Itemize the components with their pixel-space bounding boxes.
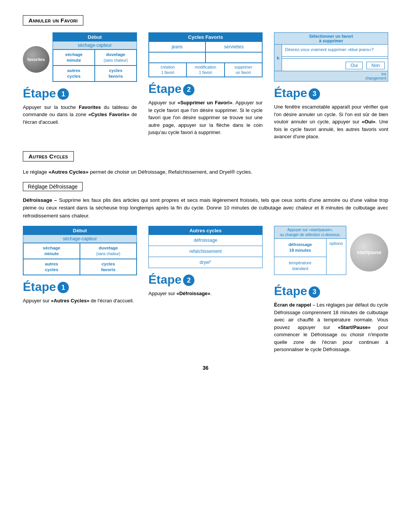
debut-grid-2: séchageminute duvetage(sans chaleur) aut… — [23, 243, 137, 275]
modal-footer: ins changement — [274, 71, 388, 81]
rappel-wrapper: Appuyer sur «start/pause»,ou changer de … — [274, 226, 388, 280]
modal-inner: Désirez-vous vraiment supprimer «blue je… — [282, 45, 388, 71]
modal-ui: Sélectionner un favori à supprimer b Dés… — [274, 32, 388, 81]
etape-3-heading: Étape 3 — [274, 86, 388, 100]
step2-2-col: Autres cycles défroissage refaîchissemen… — [148, 226, 263, 353]
etape-1-text: Appuyer sur la touche Favorites du table… — [23, 104, 137, 126]
step-2-col: Cycles Favoris jeans serviettes création… — [148, 32, 263, 141]
cycles-fav-ui: Cycles Favoris jeans serviettes création… — [148, 32, 263, 77]
etape-1-heading: Étape 1 — [23, 86, 137, 101]
reglage-header: Réglage Défroissage — [23, 182, 83, 191]
autres-defroissage: défroissage — [149, 235, 262, 246]
autres-ui-header: Autres cycles — [149, 226, 262, 235]
page-number: 36 — [23, 365, 388, 371]
etape2-3-heading: Étape 3 — [274, 284, 388, 298]
cell2-autres: autrescycles — [23, 259, 80, 275]
etape-1-label: Étape — [23, 86, 56, 101]
etape2-1-text: Appuyer sur «Autres Cycles» de l'écran d… — [23, 297, 137, 305]
etape2-3-label: Étape — [274, 284, 307, 298]
cf-supprimer: supprimerun favori — [225, 63, 262, 77]
modal-wrapper: Sélectionner un favori à supprimer b Dés… — [274, 32, 388, 81]
debut-header-2: Début — [23, 226, 137, 235]
rappel-body: défroissage18 minutes températurestandar… — [274, 239, 346, 275]
etape-3-num: 3 — [309, 88, 320, 100]
cf-serviettes: serviettes — [206, 42, 262, 52]
step-3-col: Sélectionner un favori à supprimer b Dés… — [274, 32, 388, 141]
modal-header: Sélectionner un favori à supprimer — [274, 33, 388, 45]
modal-content: b Désirez-vous vraiment supprimer «blue … — [274, 45, 388, 71]
etape-2-num: 2 — [183, 84, 194, 96]
cf-jeans: jeans — [149, 42, 206, 52]
cf-header: Cycles Favoris — [149, 33, 262, 42]
etape-2-text: Appuyer sur «Supprimer un Favori». Appuy… — [148, 99, 263, 136]
cell-autres: autrescycles — [53, 66, 95, 81]
annuler-title: Annuler un Favori — [29, 17, 78, 24]
defroissage-desc: Défroissage – Supprime les faux plis des… — [23, 197, 388, 220]
rappel-ui: Appuyer sur «start/pause»,ou changer de … — [274, 226, 346, 275]
etape2-2-num: 2 — [183, 275, 194, 286]
modal-divider — [282, 56, 388, 57]
favorites-circle: favorites — [23, 46, 49, 73]
modal-buttons: Oui Non — [282, 60, 388, 71]
start-pause-button[interactable]: start/pause — [350, 233, 388, 272]
cf-footer: création1 favori modification1 favori su… — [149, 63, 262, 77]
etape2-1-num: 1 — [57, 282, 69, 293]
non-button[interactable]: Non — [366, 62, 385, 69]
steps-row-2: Début séchage-capteur séchageminute duve… — [23, 226, 388, 353]
favorites-ui: favorites Début séchage-capteur séchagem… — [23, 32, 137, 86]
annuler-section: Annuler un Favori favorites Début séchag… — [23, 15, 388, 141]
debut-ui-1: Début séchage-capteur séchageminute duve… — [53, 32, 137, 82]
rappel-options: options — [327, 239, 346, 275]
rappel-defroissage: défroissage18 minutes — [274, 239, 326, 257]
debut-subheader-1: séchage-capteur — [53, 42, 137, 50]
autres-cycles-section: Autres Cycles Le réglage «Autres Cycles»… — [23, 151, 388, 353]
rappel-temperature: températurestandard — [274, 257, 326, 275]
steps-row-1: favorites Début séchage-capteur séchagem… — [23, 32, 388, 141]
etape-1-num: 1 — [57, 88, 69, 100]
etape2-2-label: Étape — [148, 273, 182, 287]
etape-3-label: Étape — [274, 86, 307, 100]
cell-duvetage: duvetage(sans chaleur) — [95, 50, 137, 66]
oui-button[interactable]: Oui — [346, 62, 363, 69]
rappel-header: Appuyer sur «start/pause»,ou changer de … — [274, 226, 346, 239]
etape2-2-text: Appuyer sur «Défroissage». — [148, 290, 263, 297]
etape-2-heading: Étape 2 — [148, 82, 263, 96]
modal-side: b — [274, 45, 282, 71]
etape2-1-label: Étape — [23, 280, 56, 294]
debut-subheader-2: séchage-capteur — [23, 235, 137, 243]
step-1-col: favorites Début séchage-capteur séchagem… — [23, 32, 137, 141]
debut-header-1: Début — [53, 33, 137, 42]
debut-grid-1: séchageminute duvetage(sans chaleur) aut… — [53, 50, 137, 81]
reglage-title: Réglage Défroissage — [28, 184, 78, 190]
etape2-3-num: 3 — [309, 286, 320, 298]
cf-row: jeans serviettes — [149, 42, 262, 52]
cell2-sechage: séchageminute — [23, 243, 80, 259]
cell2-duvetage: duvetage(sans chaleur) — [80, 243, 137, 259]
cf-modification: modification1 favori — [186, 63, 224, 77]
autres-header: Autres Cycles — [23, 151, 74, 161]
etape-3-text: Une fenêtre escamotable apparaît pour vé… — [274, 103, 388, 141]
step2-3-col: Appuyer sur «start/pause»,ou changer de … — [274, 226, 388, 353]
start-pause-wrapper: start/pause — [350, 226, 388, 272]
etape-2-label: Étape — [148, 82, 182, 96]
etape2-3-text: Écran de rappel – Les réglages par défau… — [274, 301, 388, 353]
autres-refraichissement: refaîchissement — [149, 246, 262, 257]
autres-ui: Autres cycles défroissage refaîchissemen… — [148, 226, 263, 268]
etape2-1-heading: Étape 1 — [23, 280, 137, 294]
cf-row-empty — [149, 52, 262, 63]
autres-dryel: dryel° — [149, 257, 262, 268]
cf-creation: création1 favori — [149, 63, 186, 77]
cell2-cycles-fav: cyclesfavoris — [80, 259, 137, 275]
step2-1-col: Début séchage-capteur séchageminute duve… — [23, 226, 137, 353]
cf-empty1 — [149, 52, 206, 63]
cf-empty2 — [206, 52, 262, 63]
autres-intro: Le réglage «Autres Cycles» permet de cho… — [23, 168, 388, 176]
modal-divider2 — [282, 58, 388, 59]
annuler-header: Annuler un Favori — [23, 15, 83, 26]
cell-sechage: séchageminute — [53, 50, 95, 66]
cell-cycles-fav: cyclesfavoris — [95, 66, 137, 81]
debut-ui-2: Début séchage-capteur séchageminute duve… — [23, 226, 137, 275]
rappel-left: défroissage18 minutes températurestandar… — [274, 239, 327, 275]
modal-question: Désirez-vous vraiment supprimer «blue je… — [282, 45, 388, 55]
autres-title: Autres Cycles — [29, 153, 68, 160]
